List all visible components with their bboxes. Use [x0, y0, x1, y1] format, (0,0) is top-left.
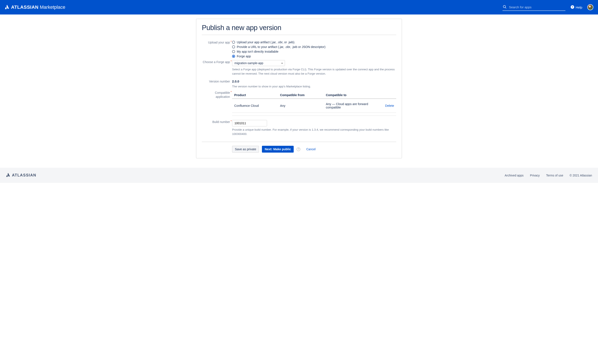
compat-table: Product Compatible from Compatible to Co… — [232, 92, 396, 116]
radio-label: Forge app — [237, 55, 251, 58]
help-icon: ? — [571, 5, 574, 10]
td-to: Any — Cloud apps are forward compatible — [326, 102, 381, 109]
version-help: The version number to show in your app's… — [232, 84, 396, 89]
footer: ATLASSIAN Archived apps Privacy Terms of… — [0, 168, 598, 183]
brand-text: ATLASSIAN — [11, 4, 39, 10]
field-build: Provide a unique build number. For examp… — [232, 120, 396, 136]
help-link[interactable]: ? Help — [571, 5, 582, 10]
footer-privacy[interactable]: Privacy — [530, 174, 540, 177]
table-header: Product Compatible from Compatible to — [232, 92, 396, 99]
th-product: Product — [234, 93, 280, 97]
radio-url[interactable]: Provide a URL to your artifact (.jar, .o… — [232, 45, 396, 49]
td-product: Confluence Cloud — [234, 104, 280, 108]
chevron-down-icon: ▾ — [282, 62, 282, 64]
page-title: Publish a new app version — [202, 24, 396, 35]
brand-logo[interactable]: ATLASSIAN Marketplace — [5, 4, 66, 10]
header-left: ATLASSIAN Marketplace — [5, 4, 66, 10]
radio-label: Provide a URL to your artifact (.jar, .o… — [237, 45, 325, 49]
svg-line-1 — [505, 7, 506, 8]
td-from: Any — [280, 104, 326, 108]
search-box[interactable] — [503, 4, 565, 11]
th-to: Compatible to — [326, 93, 381, 97]
row-version: Version number 2.0.0 The version number … — [202, 80, 396, 89]
table-spacer — [232, 113, 396, 116]
footer-brand: ATLASSIAN — [12, 173, 36, 178]
field-version: 2.0.0 The version number to show in your… — [232, 80, 396, 89]
radio-icon — [232, 50, 235, 53]
svg-point-0 — [503, 5, 506, 8]
main: Publish a new app version Upload your ap… — [0, 15, 598, 167]
label-forge: Choose a Forge app — [202, 60, 232, 76]
radio-not-installable[interactable]: My app isn't directly installable — [232, 50, 396, 53]
save-private-button[interactable]: Save as private — [232, 146, 259, 153]
forge-select[interactable]: migration-sample-app ▾ — [232, 60, 285, 66]
row-compat: Compatible application Product Compatibl… — [202, 91, 396, 118]
search-input[interactable] — [509, 5, 565, 9]
radio-icon — [232, 45, 235, 48]
svg-text:?: ? — [572, 6, 573, 8]
brand-sub: Marketplace — [40, 4, 66, 10]
radio-label: Upload your app artifact (.jar, .obr, or… — [237, 41, 295, 44]
label-version: Version number — [202, 80, 232, 89]
row-upload: Upload your app Upload your app artifact… — [202, 41, 396, 58]
label-build: Build number — [202, 120, 232, 136]
form-card: Publish a new app version Upload your ap… — [196, 19, 402, 158]
forge-selected: migration-sample-app — [234, 61, 263, 65]
header-right: ? Help — [503, 4, 593, 11]
cancel-link[interactable]: Cancel — [306, 148, 316, 151]
row-build: Build number Provide a unique build numb… — [202, 120, 396, 136]
radio-icon — [232, 55, 235, 58]
actions: Save as private Next: Make public ? Canc… — [202, 146, 396, 153]
th-from: Compatible from — [280, 93, 326, 97]
radio-group-upload: Upload your app artifact (.jar, .obr, or… — [232, 41, 396, 58]
next-public-button[interactable]: Next: Make public — [262, 146, 294, 153]
header: ATLASSIAN Marketplace ? Help — [0, 0, 598, 15]
atlassian-icon — [5, 5, 9, 10]
build-help: Provide a unique build number. For examp… — [232, 128, 396, 136]
atlassian-icon — [6, 173, 10, 178]
radio-artifact[interactable]: Upload your app artifact (.jar, .obr, or… — [232, 41, 396, 44]
footer-copyright: © 2021 Atlassian — [570, 174, 592, 177]
action-help-icon[interactable]: ? — [297, 148, 300, 151]
footer-links: Archived apps Privacy Terms of use © 202… — [505, 174, 592, 177]
help-label: Help — [576, 6, 582, 9]
forge-help: Select a Forge app (deployed to producti… — [232, 67, 396, 76]
build-input[interactable] — [232, 120, 267, 126]
th-action — [381, 93, 394, 97]
field-upload: Upload your app artifact (.jar, .obr, or… — [232, 41, 396, 58]
label-compat: Compatible application — [202, 91, 232, 118]
search-icon — [503, 5, 507, 10]
label-upload: Upload your app — [202, 41, 232, 58]
footer-archived[interactable]: Archived apps — [505, 174, 524, 177]
field-compat: Product Compatible from Compatible to Co… — [232, 91, 396, 118]
table-row: Confluence Cloud Any Any — Cloud apps ar… — [232, 99, 396, 113]
row-forge: Choose a Forge app migration-sample-app … — [202, 60, 396, 76]
footer-logo[interactable]: ATLASSIAN — [6, 173, 36, 178]
version-value: 2.0.0 — [232, 80, 396, 83]
avatar[interactable] — [587, 4, 593, 10]
field-forge: migration-sample-app ▾ Select a Forge ap… — [232, 60, 396, 76]
radio-icon — [232, 41, 235, 44]
radio-forge[interactable]: Forge app — [232, 55, 396, 58]
delete-link[interactable]: Delete — [381, 104, 394, 108]
footer-terms[interactable]: Terms of use — [546, 174, 563, 177]
divider — [202, 142, 396, 142]
radio-label: My app isn't directly installable — [237, 50, 278, 53]
